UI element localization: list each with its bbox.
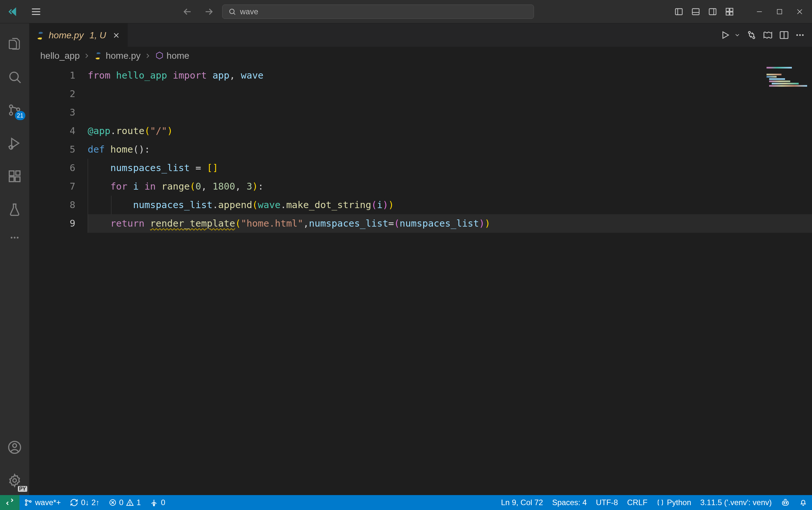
- svg-point-47: [799, 34, 801, 36]
- svg-point-22: [9, 112, 12, 115]
- line-number: 8: [29, 196, 88, 214]
- status-bar: wave*+ 0↓ 2↑ 0 1 0 Ln 9, Col 72 Spaces: …: [0, 495, 812, 510]
- compare-changes-icon[interactable]: [746, 30, 757, 40]
- status-branch-name: wave*+: [35, 498, 61, 507]
- svg-point-50: [25, 504, 27, 506]
- breadcrumb-folder[interactable]: hello_app: [40, 51, 80, 61]
- svg-rect-11: [726, 8, 729, 11]
- status-ports-count: 0: [161, 498, 165, 507]
- titlebar-right-group: [670, 5, 808, 19]
- minimap[interactable]: [766, 67, 808, 86]
- svg-rect-32: [16, 171, 20, 175]
- svg-line-20: [17, 80, 21, 83]
- window-maximize-button[interactable]: [771, 5, 788, 19]
- status-left: wave*+ 0↓ 2↑ 0 1 0: [20, 498, 170, 507]
- code-line[interactable]: def home():: [88, 140, 812, 159]
- svg-rect-13: [726, 12, 729, 15]
- vscode-logo: [8, 6, 20, 18]
- code-line[interactable]: numspaces_list = []: [88, 159, 812, 177]
- code-line[interactable]: @app.route("/"): [88, 122, 812, 140]
- search-icon: [228, 8, 236, 16]
- status-eol[interactable]: CRLF: [622, 498, 652, 507]
- status-ports[interactable]: 0: [145, 498, 170, 507]
- window-minimize-button[interactable]: [751, 5, 768, 19]
- status-indent[interactable]: Spaces: 4: [548, 498, 591, 507]
- breadcrumb-symbol[interactable]: home: [167, 51, 190, 61]
- command-center-search[interactable]: wave: [222, 4, 534, 19]
- more-actions-icon[interactable]: [795, 30, 805, 40]
- tab-close-icon[interactable]: [112, 31, 120, 39]
- additional-views-icon[interactable]: [0, 228, 29, 247]
- svg-line-27: [13, 146, 13, 147]
- line-number-gutter: 1 2 3 4 5 6 7 8 9: [29, 65, 88, 495]
- code-line[interactable]: from hello_app import app, wave: [88, 66, 812, 85]
- editor-content[interactable]: 1 2 3 4 5 6 7 8 9 from hello_app import …: [29, 65, 812, 495]
- line-number: 1: [29, 66, 88, 85]
- svg-point-23: [17, 108, 20, 111]
- remote-indicator[interactable]: [0, 495, 20, 510]
- code-text[interactable]: from hello_app import app, wave @app.rou…: [88, 65, 812, 495]
- open-changes-icon[interactable]: [763, 30, 773, 40]
- title-bar: wave: [0, 0, 812, 23]
- extensions-icon[interactable]: [0, 162, 29, 191]
- code-line[interactable]: [88, 85, 812, 103]
- svg-point-37: [13, 444, 17, 448]
- split-editor-icon[interactable]: [779, 30, 789, 40]
- svg-point-21: [9, 105, 12, 108]
- breadcrumb[interactable]: hello_app home.py home: [29, 47, 812, 65]
- code-line[interactable]: [88, 103, 812, 122]
- svg-rect-14: [730, 12, 733, 15]
- code-line[interactable]: numspaces_list.append(wave.make_dot_stri…: [88, 196, 812, 214]
- status-branch[interactable]: wave*+: [20, 498, 65, 507]
- explorer-icon[interactable]: [0, 29, 29, 58]
- nav-group: [180, 4, 216, 19]
- status-copilot-icon[interactable]: [776, 498, 794, 507]
- tab-home-py[interactable]: home.py 1, U: [29, 23, 128, 47]
- customize-layout-icon[interactable]: [721, 5, 738, 19]
- line-number: 3: [29, 103, 88, 122]
- accounts-icon[interactable]: [0, 433, 29, 462]
- status-sync-text: 0↓ 2↑: [81, 498, 99, 507]
- search-text: wave: [240, 7, 258, 16]
- svg-point-38: [13, 479, 17, 482]
- nav-forward-icon[interactable]: [201, 4, 216, 19]
- run-button[interactable]: [720, 30, 741, 40]
- breadcrumb-file[interactable]: home.py: [106, 51, 140, 61]
- status-language[interactable]: Python: [652, 498, 696, 507]
- activity-bar: 21 PY: [0, 23, 29, 495]
- status-right: Ln 9, Col 72 Spaces: 4 UTF-8 CRLF Python…: [497, 498, 812, 507]
- svg-point-48: [802, 34, 804, 36]
- search-view-icon[interactable]: [0, 62, 29, 92]
- status-problems[interactable]: 0 1: [104, 498, 146, 507]
- source-control-icon[interactable]: 21: [0, 95, 29, 125]
- status-encoding[interactable]: UTF-8: [591, 498, 622, 507]
- run-debug-icon[interactable]: [0, 128, 29, 158]
- nav-back-icon[interactable]: [180, 4, 195, 19]
- svg-point-56: [129, 504, 130, 505]
- svg-point-61: [786, 503, 787, 504]
- settings-python-badge: PY: [18, 486, 27, 492]
- svg-rect-31: [15, 177, 20, 182]
- svg-point-51: [30, 501, 31, 502]
- svg-point-49: [25, 500, 27, 501]
- svg-point-35: [17, 237, 19, 238]
- line-number: 4: [29, 122, 88, 140]
- menu-icon[interactable]: [29, 4, 44, 19]
- status-notifications-icon[interactable]: [794, 498, 812, 507]
- window-close-button[interactable]: [791, 5, 808, 19]
- toggle-panel-bottom-icon[interactable]: [687, 5, 704, 19]
- svg-rect-29: [9, 171, 14, 176]
- tabs-row: home.py 1, U: [29, 23, 812, 47]
- status-cursor[interactable]: Ln 9, Col 72: [497, 498, 548, 507]
- line-number: 5: [29, 140, 88, 159]
- status-sync[interactable]: 0↓ 2↑: [65, 498, 104, 507]
- code-line[interactable]: for i in range(0, 1800, 3):: [88, 177, 812, 196]
- toggle-panel-right-icon[interactable]: [704, 5, 721, 19]
- settings-icon[interactable]: PY: [0, 466, 29, 495]
- code-line-active[interactable]: return render_template("home.html",numsp…: [88, 214, 812, 233]
- testing-icon[interactable]: [0, 195, 29, 224]
- status-interpreter[interactable]: 3.11.5 ('.venv': venv): [696, 498, 776, 507]
- svg-rect-12: [730, 8, 733, 11]
- toggle-panel-left-icon[interactable]: [670, 5, 687, 19]
- svg-point-57: [154, 505, 154, 506]
